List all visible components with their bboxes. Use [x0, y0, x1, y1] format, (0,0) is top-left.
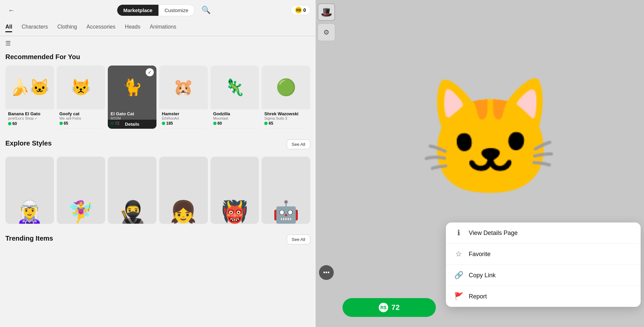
context-view-details[interactable]: ℹ View Details Page	[446, 222, 641, 244]
recommended-grid: 🍌🐱 Banana El Gato prref1xx's Shop ✓ 60 😾…	[5, 66, 310, 129]
left-panel: ← Marketplace Customize 🔍 R$ 0 All Chara…	[0, 0, 316, 327]
style-card-1[interactable]: 🧝‍♀️	[5, 157, 54, 224]
trending-title: Trending Items	[5, 235, 53, 242]
nav-tabs: All Characters Clothing Accessories Head…	[0, 20, 316, 36]
buy-price: 72	[392, 303, 400, 312]
trending-section: Trending Items See All	[5, 232, 310, 247]
style-card-6[interactable]: 🤖	[262, 157, 310, 224]
header: ← Marketplace Customize 🔍 R$ 0	[0, 0, 316, 20]
style-card-2[interactable]: 🧚‍♀️	[57, 157, 105, 224]
tab-all[interactable]: All	[5, 24, 12, 32]
card-shop: EthRonArt	[162, 116, 205, 120]
tab-heads[interactable]: Heads	[125, 24, 140, 32]
buy-robux-icon: R$	[379, 303, 388, 312]
card-details-overlay[interactable]: Details	[108, 120, 156, 129]
trending-header: Trending Items See All	[5, 232, 310, 247]
filter-row: ☰	[0, 36, 316, 50]
search-button[interactable]: 🔍	[201, 6, 211, 14]
style-figure: 🧚‍♀️	[67, 201, 94, 222]
trending-see-all-button[interactable]: See All	[287, 235, 310, 244]
style-figure: 🧝‍♀️	[16, 201, 43, 222]
card-price: 185	[162, 121, 205, 126]
style-figure: 🥷	[119, 201, 146, 222]
card-info: Shrek Wazowski Sigma Suits 3 65	[262, 109, 310, 128]
card-shop: We sell Fishs	[59, 116, 103, 120]
card-shop: prref1xx's Shop ✓	[8, 116, 51, 121]
robux-icon: R$	[295, 7, 302, 13]
filter-icon: ☰	[5, 40, 11, 47]
style-figure: 👧	[170, 201, 197, 222]
avatar-thumbnail[interactable]: 🎩	[318, 3, 335, 21]
explore-styles-title: Explore Styles	[5, 139, 52, 147]
card-name: Goofy cat	[59, 111, 103, 116]
style-card-5[interactable]: 👹	[211, 157, 259, 224]
card-price: 60	[213, 121, 257, 126]
style-figure: 👹	[221, 201, 248, 222]
more-options-icon: •••	[323, 269, 330, 276]
search-bar-area: Marketplace Customize 🔍	[17, 4, 310, 16]
tab-accessories[interactable]: Accessories	[86, 24, 115, 32]
cat-preview-image: 🐱	[419, 81, 561, 195]
robux-count: 0	[303, 7, 306, 13]
card-info: Hamster EthRonArt 185	[159, 109, 208, 128]
buy-button[interactable]: R$ 72	[342, 298, 436, 317]
card-price: 60	[8, 121, 51, 126]
card-name: Banana El Gato	[8, 111, 51, 116]
card-banana-el-gato[interactable]: 🍌🐱 Banana El Gato prref1xx's Shop ✓ 60	[5, 66, 54, 129]
card-image: 🦎	[211, 66, 259, 109]
card-goofy-cat[interactable]: 😾 Goofy cat We sell Fishs 65	[57, 66, 105, 129]
card-hamster[interactable]: 🐹 Hamster EthRonArt 185	[159, 66, 208, 129]
right-panel: 🎩 ⚙ 🐱 ••• ℹ View Details Page ☆ Favorite…	[316, 0, 644, 327]
context-favorite[interactable]: ☆ Favorite	[446, 244, 641, 265]
card-el-gato-cat[interactable]: 🐈 ✓ Details El Gato Cat M33M 72	[108, 66, 156, 129]
style-card-3[interactable]: 🥷	[108, 157, 156, 224]
card-info: Godzilla Moonlast 60	[211, 109, 259, 128]
sliders-icon: ⚙	[323, 28, 329, 36]
tab-customize-button[interactable]: Customize	[158, 4, 195, 16]
info-icon: ℹ	[454, 229, 463, 237]
explore-styles-grid: 🧝‍♀️ 🧚‍♀️ 🥷 👧 👹 🤖	[5, 157, 310, 224]
tab-characters[interactable]: Characters	[21, 24, 48, 32]
tab-marketplace-button[interactable]: Marketplace	[117, 5, 158, 16]
context-report-label: Report	[469, 293, 487, 300]
flag-icon: 🚩	[454, 292, 463, 301]
price-dot	[162, 122, 165, 125]
context-menu: ℹ View Details Page ☆ Favorite 🔗 Copy Li…	[446, 222, 641, 307]
card-shop: Moonlast	[213, 116, 257, 120]
context-copy-link[interactable]: 🔗 Copy Link	[446, 265, 641, 286]
price-dot	[264, 122, 268, 125]
filter-button[interactable]: ☰	[5, 40, 11, 47]
link-icon: 🔗	[454, 271, 463, 280]
card-shrek-wazowski[interactable]: 🟢 Shrek Wazowski Sigma Suits 3 65	[262, 66, 310, 129]
card-name: Hamster	[162, 111, 205, 116]
card-name: El Gato Cat	[110, 111, 154, 116]
explore-see-all-button[interactable]: See All	[287, 139, 310, 149]
recommended-title: Recommended For You	[5, 53, 310, 61]
price-dot	[59, 122, 63, 125]
tab-animations[interactable]: Animations	[150, 24, 176, 32]
style-figure: 🤖	[273, 201, 300, 222]
avatar-panel: 🎩 ⚙	[316, 0, 336, 67]
card-name: Shrek Wazowski	[264, 111, 308, 116]
content-area: Recommended For You 🍌🐱 Banana El Gato pr…	[0, 50, 316, 326]
robux-button[interactable]: R$ 0	[291, 5, 310, 15]
context-report[interactable]: 🚩 Report	[446, 286, 641, 307]
explore-styles-header: Explore Styles See All	[5, 137, 310, 152]
card-info: Goofy cat We sell Fishs 65	[57, 109, 105, 128]
style-card-4[interactable]: 👧	[159, 157, 208, 224]
card-image: 🟢	[262, 66, 310, 109]
context-copy-link-label: Copy Link	[469, 272, 496, 279]
card-price: 65	[264, 121, 308, 126]
card-godzilla[interactable]: 🦎 Godzilla Moonlast 60	[211, 66, 259, 129]
more-options-button[interactable]: •••	[319, 265, 334, 280]
card-info: Banana El Gato prref1xx's Shop ✓ 60	[5, 109, 54, 129]
price-dot	[8, 122, 11, 125]
tab-clothing[interactable]: Clothing	[57, 24, 77, 32]
context-favorite-label: Favorite	[469, 251, 491, 258]
card-price: 65	[59, 121, 103, 126]
context-view-details-label: View Details Page	[469, 230, 518, 237]
card-image: 🐹	[159, 66, 208, 109]
avatar-settings-button[interactable]: ⚙	[318, 24, 335, 41]
cat-preview-area: 🐱	[339, 20, 641, 255]
back-button[interactable]: ←	[5, 4, 17, 16]
